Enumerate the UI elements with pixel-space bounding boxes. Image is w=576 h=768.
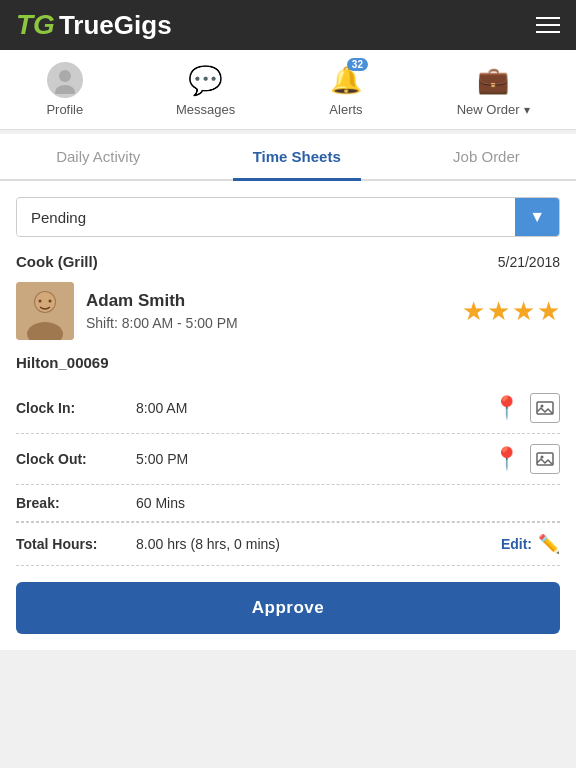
profile-avatar-icon	[47, 62, 83, 98]
clock-out-row: Clock Out: 5:00 PM 📍	[16, 434, 560, 485]
messages-icon: 💬	[188, 64, 223, 97]
messages-label: Messages	[176, 102, 235, 117]
svg-point-1	[55, 85, 75, 94]
tab-daily-activity[interactable]: Daily Activity	[36, 134, 160, 179]
clock-out-icons: 📍	[493, 444, 560, 474]
break-row: Break: 60 Mins	[16, 485, 560, 522]
nav-profile[interactable]: Profile	[34, 58, 95, 121]
worker-photo	[16, 282, 74, 340]
star-2: ★	[487, 296, 510, 327]
tab-job-order[interactable]: Job Order	[433, 134, 540, 179]
status-dropdown[interactable]: Pending ▼	[16, 197, 560, 237]
app-header: TGTrueGigs	[0, 0, 576, 50]
edit-icon[interactable]: ✏️	[538, 533, 560, 555]
nav-new-order[interactable]: 💼 New Order ▾	[445, 58, 542, 121]
total-hours-value: 8.00 hrs (8 hrs, 0 mins)	[136, 536, 501, 552]
profile-label: Profile	[46, 102, 83, 117]
photo-upload-icon[interactable]	[530, 393, 560, 423]
edit-container: Edit: ✏️	[501, 533, 560, 555]
location-pin-out-icon[interactable]: 📍	[493, 446, 520, 472]
job-header: Cook (Grill) 5/21/2018	[16, 253, 560, 270]
section-tabs: Daily Activity Time Sheets Job Order	[0, 134, 576, 181]
nav-messages[interactable]: 💬 Messages	[164, 58, 247, 121]
tab-time-sheets[interactable]: Time Sheets	[233, 134, 361, 179]
svg-point-6	[39, 300, 42, 303]
dropdown-arrow-button[interactable]: ▼	[515, 198, 559, 236]
worker-name: Adam Smith	[86, 291, 450, 311]
clock-in-value: 8:00 AM	[136, 400, 493, 416]
star-1: ★	[462, 296, 485, 327]
svg-point-0	[59, 70, 71, 82]
worker-details: Adam Smith Shift: 8:00 AM - 5:00 PM	[86, 291, 450, 331]
person-silhouette-icon	[51, 66, 79, 94]
logo-tg: TG	[16, 9, 55, 40]
worker-rating: ★ ★ ★ ★	[462, 296, 560, 327]
alerts-badge: 32	[347, 58, 368, 71]
photo-out-icon[interactable]	[530, 444, 560, 474]
messages-icon-container: 💬	[188, 62, 224, 98]
logo: TGTrueGigs	[16, 9, 172, 41]
hamburger-menu-button[interactable]	[536, 17, 560, 33]
clock-out-label: Clock Out:	[16, 451, 136, 467]
location-pin-icon[interactable]: 📍	[493, 395, 520, 421]
image-icon	[536, 399, 554, 417]
briefcase-icon: 💼	[477, 65, 509, 96]
bottom-nav: Profile 💬 Messages 🔔 32 Alerts 💼 New Ord…	[0, 50, 576, 130]
alerts-label: Alerts	[329, 102, 362, 117]
total-hours-label: Total Hours:	[16, 536, 136, 552]
edit-label: Edit:	[501, 536, 532, 552]
job-date: 5/21/2018	[498, 254, 560, 270]
clock-in-row: Clock In: 8:00 AM 📍	[16, 383, 560, 434]
svg-point-7	[49, 300, 52, 303]
logo-name: TrueGigs	[59, 10, 172, 40]
clock-in-label: Clock In:	[16, 400, 136, 416]
profile-icon-container	[47, 62, 83, 98]
clock-in-icons: 📍	[493, 393, 560, 423]
star-4: ★	[537, 296, 560, 327]
star-3: ★	[512, 296, 535, 327]
new-order-label-container: New Order ▾	[457, 102, 530, 117]
main-content: Pending ▼ Cook (Grill) 5/21/2018 Adam Sm…	[0, 181, 576, 650]
break-value: 60 Mins	[136, 495, 560, 511]
alerts-icon-container: 🔔 32	[328, 62, 364, 98]
image-out-icon	[536, 450, 554, 468]
worker-info: Adam Smith Shift: 8:00 AM - 5:00 PM ★ ★ …	[16, 282, 560, 340]
approve-button[interactable]: Approve	[16, 582, 560, 634]
new-order-label: New Order	[457, 102, 520, 117]
dropdown-value: Pending	[17, 199, 515, 236]
location-name: Hilton_00069	[16, 354, 560, 371]
nav-alerts[interactable]: 🔔 32 Alerts	[316, 58, 376, 121]
break-label: Break:	[16, 495, 136, 511]
new-order-icon-container: 💼	[475, 62, 511, 98]
clock-out-value: 5:00 PM	[136, 451, 493, 467]
worker-shift: Shift: 8:00 AM - 5:00 PM	[86, 315, 450, 331]
new-order-arrow-icon: ▾	[524, 103, 530, 117]
bottom-area	[0, 650, 576, 768]
worker-avatar	[16, 282, 74, 340]
total-hours-row: Total Hours: 8.00 hrs (8 hrs, 0 mins) Ed…	[16, 522, 560, 566]
job-title: Cook (Grill)	[16, 253, 98, 270]
chevron-down-icon: ▼	[529, 208, 545, 226]
